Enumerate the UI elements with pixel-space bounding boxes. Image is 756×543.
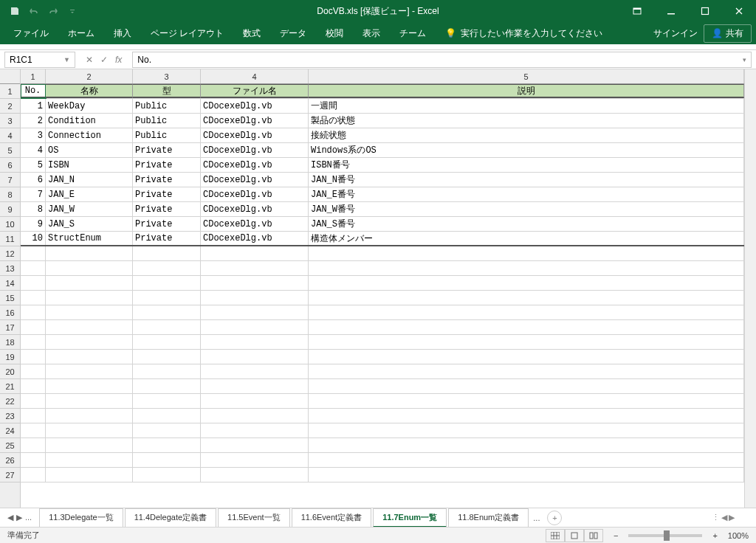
row-header[interactable]: 27	[0, 468, 20, 483]
cell[interactable]: Private	[133, 217, 201, 231]
cell[interactable]	[46, 291, 133, 305]
cell[interactable]: ISBN番号	[309, 158, 744, 172]
cell[interactable]	[46, 423, 133, 437]
zoom-level[interactable]: 100%	[728, 531, 749, 540]
zoom-out-button[interactable]: −	[614, 531, 618, 540]
cell[interactable]: 接続状態	[309, 128, 744, 142]
row-header[interactable]: 18	[0, 335, 20, 350]
cell[interactable]	[133, 379, 201, 393]
add-sheet-button[interactable]: +	[547, 511, 562, 525]
row-header[interactable]: 26	[0, 453, 20, 468]
row-header[interactable]: 12	[0, 246, 20, 261]
cell[interactable]: CDocexeDlg.vb	[201, 143, 309, 157]
cell[interactable]: ファイル名	[201, 84, 309, 98]
cell[interactable]	[309, 453, 744, 467]
cell[interactable]	[133, 468, 201, 482]
cell[interactable]: JAN_E	[46, 187, 133, 201]
cancel-formula-icon[interactable]: ✕	[86, 55, 93, 65]
cell[interactable]	[46, 335, 133, 349]
cell[interactable]: CDocexeDlg.vb	[201, 217, 309, 231]
sheet-tab[interactable]: 11.4Delegate定義書	[125, 508, 216, 528]
cell[interactable]	[46, 305, 133, 319]
formula-input[interactable]: No.▾	[132, 52, 752, 68]
row-header[interactable]: 9	[0, 202, 20, 217]
cell[interactable]: Condition	[46, 114, 133, 128]
cell[interactable]	[309, 261, 744, 275]
cell[interactable]	[309, 246, 744, 260]
cell[interactable]: OS	[46, 143, 133, 157]
col-header[interactable]: 3	[133, 69, 201, 83]
cell[interactable]: JAN_N	[46, 173, 133, 187]
undo-button[interactable]	[25, 2, 43, 20]
cell[interactable]	[201, 246, 309, 260]
cell[interactable]	[21, 394, 46, 408]
sheet-tab[interactable]: 11.3Delegate一覧	[39, 508, 123, 528]
row-header[interactable]: 6	[0, 158, 20, 173]
cell[interactable]	[21, 409, 46, 423]
row-header[interactable]: 24	[0, 423, 20, 438]
tab-nav-next[interactable]: ▶	[16, 513, 22, 522]
vertical-scrollbar[interactable]	[744, 69, 756, 508]
row-header[interactable]: 5	[0, 143, 20, 158]
cell[interactable]: 9	[21, 217, 46, 231]
tab-formulas[interactable]: 数式	[234, 23, 269, 44]
tell-me[interactable]: 💡実行したい作業を入力してください	[436, 23, 611, 44]
fx-icon[interactable]: fx	[115, 55, 122, 65]
row-header[interactable]: 14	[0, 276, 20, 291]
cell[interactable]: Private	[133, 202, 201, 216]
sheet-tab[interactable]: 11.5Event一覧	[218, 508, 290, 528]
cell[interactable]	[133, 364, 201, 378]
cell[interactable]: 製品の状態	[309, 114, 744, 128]
cell[interactable]: 8	[21, 202, 46, 216]
cell[interactable]	[201, 453, 309, 467]
cell[interactable]: JAN_S	[46, 217, 133, 231]
tab-review[interactable]: 校閲	[317, 23, 352, 44]
zoom-slider[interactable]	[628, 534, 702, 537]
cell[interactable]	[133, 453, 201, 467]
page-break-button[interactable]	[584, 529, 603, 542]
col-header[interactable]: 4	[201, 69, 309, 83]
cell[interactable]: Connection	[46, 128, 133, 142]
cell[interactable]: ISBN	[46, 158, 133, 172]
cell[interactable]	[133, 261, 201, 275]
cell[interactable]	[133, 305, 201, 319]
cell[interactable]	[201, 335, 309, 349]
cell[interactable]	[309, 438, 744, 452]
cell[interactable]	[21, 350, 46, 364]
col-header[interactable]: 5	[309, 69, 744, 83]
cell[interactable]	[46, 438, 133, 452]
cell[interactable]: Public	[133, 114, 201, 128]
cell[interactable]	[201, 291, 309, 305]
cell[interactable]	[309, 335, 744, 349]
cell[interactable]	[133, 335, 201, 349]
cell[interactable]	[309, 320, 744, 334]
cell[interactable]	[133, 423, 201, 437]
cell[interactable]	[309, 423, 744, 437]
tab-home[interactable]: ホーム	[59, 23, 103, 44]
cell[interactable]	[21, 335, 46, 349]
row-header[interactable]: 8	[0, 187, 20, 202]
cell[interactable]: Public	[133, 99, 201, 113]
cell[interactable]	[309, 409, 744, 423]
col-header[interactable]: 1	[21, 69, 46, 83]
tab-team[interactable]: チーム	[391, 23, 435, 44]
cell[interactable]: 5	[21, 158, 46, 172]
cell[interactable]	[21, 438, 46, 452]
cell[interactable]	[309, 364, 744, 378]
cell[interactable]	[309, 305, 744, 319]
cell[interactable]	[309, 276, 744, 290]
cell[interactable]	[133, 320, 201, 334]
cell[interactable]: Private	[133, 187, 201, 201]
row-header[interactable]: 16	[0, 305, 20, 320]
cell[interactable]: 6	[21, 173, 46, 187]
zoom-in-button[interactable]: +	[712, 531, 717, 540]
enter-formula-icon[interactable]: ✓	[100, 55, 108, 65]
cell[interactable]	[201, 261, 309, 275]
cell[interactable]: No.	[21, 84, 46, 98]
row-header[interactable]: 13	[0, 261, 20, 276]
cell[interactable]: 10	[21, 232, 46, 245]
cell[interactable]	[309, 394, 744, 408]
cell[interactable]	[133, 350, 201, 364]
tab-overflow[interactable]: ...	[25, 513, 32, 522]
qat-dropdown[interactable]	[63, 2, 81, 20]
